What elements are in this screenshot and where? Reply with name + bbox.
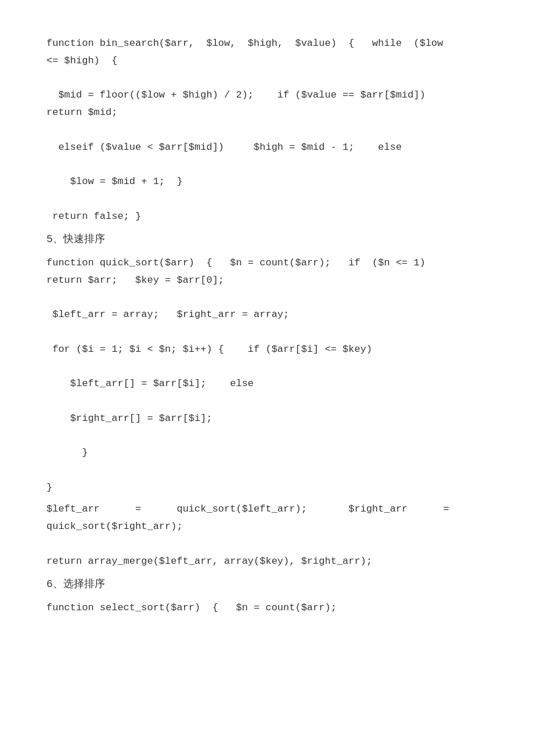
page-content: function bin_search($arr, $low, $high, $… (46, 35, 488, 617)
quick-sort-code2: $left_arr = quick_sort($left_arr); $righ… (46, 501, 488, 570)
section5-title: 5、快速排序 (46, 231, 488, 249)
select-sort-code: function select_sort($arr) { $n = count(… (46, 599, 488, 617)
section6-title: 6、选择排序 (46, 575, 488, 593)
bin-search-code: function bin_search($arr, $low, $high, $… (46, 35, 488, 225)
quick-sort-code: function quick_sort($arr) { $n = count($… (46, 254, 488, 496)
